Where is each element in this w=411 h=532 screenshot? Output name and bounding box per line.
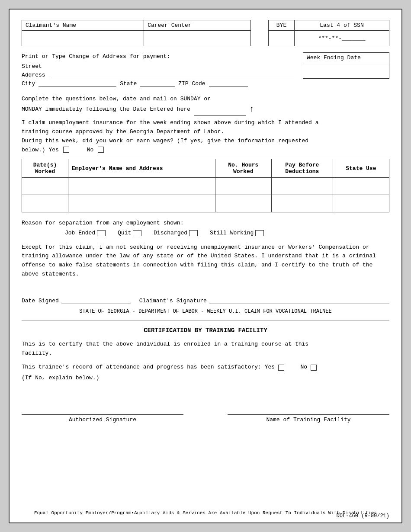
quit-label: Quit — [118, 228, 131, 238]
row1-pay[interactable] — [271, 178, 333, 195]
arrow-up-icon: ↑ — [249, 104, 254, 114]
header-right: BYE Last 4 of SSN ***-**-_______ — [268, 20, 389, 46]
job-ended-checkbox[interactable] — [97, 230, 106, 236]
row2-employer[interactable] — [68, 195, 215, 212]
separation-options: Job Ended Quit Discharged Still Working — [65, 228, 389, 238]
claim-line1: I claim unemployment insurance for the w… — [22, 119, 319, 126]
attendance-text: This trainee's record of attendance and … — [22, 363, 275, 372]
row1-hours[interactable] — [215, 178, 271, 195]
career-center-field[interactable] — [144, 31, 251, 46]
career-center-header: Career Center — [144, 20, 251, 31]
city-field[interactable] — [39, 79, 116, 87]
attendance-no-label: No — [301, 363, 308, 372]
header-table: Claimant's Name Career Center — [22, 20, 251, 46]
col-dates-worked: Date(s)Worked — [22, 159, 68, 178]
city-label: City — [22, 80, 35, 87]
signature-line: Date Signed Claimant's Signature — [22, 296, 389, 304]
bye-label: BYE — [269, 20, 295, 31]
week-ending-field[interactable] — [303, 63, 389, 79]
claimant-signature-label: Claimant's Signature — [139, 298, 207, 304]
row1-employer[interactable] — [68, 178, 215, 195]
bottom-signatures: Authorized Signature Name of Training Fa… — [22, 404, 389, 423]
attendance-no-checkbox[interactable] — [311, 365, 317, 371]
address-line-row: Address — [22, 71, 294, 78]
bye-field[interactable] — [269, 31, 295, 46]
claimant-signature-field[interactable] — [209, 296, 389, 304]
col-employer: Employer's Name and Address — [68, 159, 215, 178]
separation-section: Reason for separation from any employmen… — [22, 218, 389, 237]
row2-state[interactable] — [333, 195, 389, 212]
bye-ssn-table: BYE Last 4 of SSN ***-**-_______ — [268, 20, 389, 46]
attendance-section: This trainee's record of attendance and … — [22, 363, 389, 383]
yes-checkbox[interactable] — [63, 147, 69, 153]
col-pay: Pay BeforeDeductions — [271, 159, 333, 178]
claim-text-block: I claim unemployment insurance for the w… — [22, 119, 389, 154]
still-working-label: Still Working — [210, 228, 254, 238]
work-table: Date(s)Worked Employer's Name and Addres… — [22, 159, 389, 212]
still-working-checkbox[interactable] — [255, 230, 264, 236]
date-signed-label: Date Signed — [22, 298, 59, 304]
header-left: Claimant's Name Career Center — [22, 20, 251, 46]
attendance-line: This trainee's record of attendance and … — [22, 363, 389, 372]
training-facility-label: Name of Training Facility — [228, 417, 389, 423]
training-facility-item: Name of Training Facility — [228, 404, 389, 423]
row1-state[interactable] — [333, 178, 389, 195]
ssn-label: Last 4 of SSN — [295, 20, 389, 31]
claim-line4: below.) Yes — [22, 147, 59, 153]
equal-opportunity-text: Equal Opportunity Employer/Program•Auxil… — [34, 510, 377, 516]
discharged-checkbox[interactable] — [189, 230, 198, 236]
table-row — [22, 195, 389, 212]
still-working-option: Still Working — [210, 228, 266, 238]
address-left: Print or Type Change of Address for paym… — [22, 52, 294, 90]
address-field[interactable] — [49, 71, 294, 78]
training-line1: This is to certify that the above indivi… — [22, 341, 308, 347]
header-gap — [251, 20, 268, 46]
complete-instructions: Complete the questions below, date and m… — [22, 95, 389, 116]
claimant-signature-item: Claimant's Signature — [139, 296, 389, 304]
job-ended-label: Job Ended — [65, 228, 95, 238]
print-instruction: Print or Type Change of Address for paym… — [22, 52, 294, 61]
job-ended-option: Job Ended — [65, 228, 107, 238]
form-title: STATE OF GEORGIA - DEPARTMENT OF LABOR -… — [22, 308, 389, 314]
claim-line2: training course approved by the Georgia … — [22, 128, 224, 135]
week-ending-section: Week Ending Date — [303, 52, 389, 79]
col-state-use: State Use — [333, 159, 389, 178]
quit-option: Quit — [118, 228, 143, 238]
state-label: State — [120, 80, 137, 87]
street-label: Street — [22, 63, 42, 70]
header-section: Claimant's Name Career Center BYE Last 4… — [22, 20, 389, 46]
date-signed-field[interactable] — [61, 296, 131, 304]
row2-hours[interactable] — [215, 195, 271, 212]
cert-title: CERTIFICATION BY TRAINING FACILITY — [22, 327, 389, 334]
no-checkbox[interactable] — [98, 147, 104, 153]
zip-field[interactable] — [209, 79, 248, 87]
table-row — [22, 178, 389, 195]
claimant-name-field[interactable] — [22, 31, 144, 46]
no-label: No — [87, 147, 94, 153]
complete-text2: MONDAY immediately following the Date En… — [22, 106, 190, 113]
complete-text: Complete the questions below, date and m… — [22, 96, 211, 102]
row2-pay[interactable] — [271, 195, 333, 212]
quit-checkbox[interactable] — [133, 230, 141, 236]
training-facility-field[interactable] — [228, 404, 389, 415]
discharged-option: Discharged — [154, 228, 199, 238]
cert-paragraph: Except for this claim, I am not seeking … — [22, 243, 389, 279]
zip-label: ZIP Code — [178, 80, 205, 87]
ssn-field[interactable]: ***-**-_______ — [295, 31, 389, 46]
row1-dates[interactable] — [22, 178, 68, 195]
separation-label: Reason for separation from any employmen… — [22, 218, 389, 228]
section-divider — [22, 320, 389, 321]
address-section: Print or Type Change of Address for paym… — [22, 52, 389, 90]
authorized-signature-field[interactable] — [22, 404, 183, 415]
city-state-zip-row: City State ZIP Code — [22, 79, 294, 87]
attendance-yes-checkbox[interactable] — [278, 365, 284, 371]
state-field[interactable] — [140, 79, 175, 87]
form-page: Claimant's Name Career Center BYE Last 4… — [9, 9, 402, 523]
col-hours: No. HoursWorked — [215, 159, 271, 178]
week-ending-label: Week Ending Date — [303, 53, 389, 63]
discharged-label: Discharged — [154, 228, 187, 238]
row2-dates[interactable] — [22, 195, 68, 212]
claim-line3: During this week, did you work or earn w… — [22, 138, 308, 144]
training-cert-text: This is to certify that the above indivi… — [22, 340, 389, 358]
address-label: Address — [22, 72, 45, 78]
